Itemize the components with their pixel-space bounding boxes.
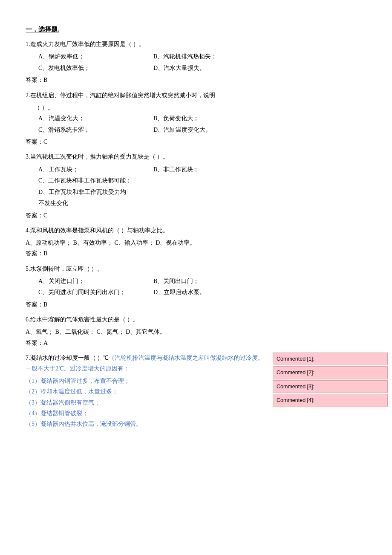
q6-options-inline: A、氧气； B、二氧化碳； C、氮气； D、其它气体。 [26, 327, 268, 337]
q4-options-inline: A、原动机功率； B、有效功率； C、输入功率； D、视在功率。 [26, 237, 268, 248]
q7-comment-2: （2）冷却水温度过低，水量过多； [26, 386, 268, 397]
q3-option-d: D、工作瓦块和非工作瓦块受力均不发生变化 [38, 187, 132, 209]
q5-options: A、关闭进口门； B、关闭出口门； C、关闭进水门同时关闭出水门； D、立即启动… [38, 276, 268, 298]
q7-main: 7.凝结水的过冷却度一般（ ）℃（汽轮机排汽温度与凝结水温度之差叫做凝结水的过冷… [26, 353, 268, 429]
q3-option-a: A、工作瓦块； [38, 164, 153, 176]
question-4: 4.泵和风机的效率是指泵和风机的（ ）与轴功率之比。 A、原动机功率； B、有效… [26, 225, 268, 259]
q1-option-a: A、锅炉效率低； [38, 51, 153, 63]
comment-2-label: Commented [2]: [277, 370, 314, 376]
q7-comment-1: （1）凝结器内铜管过多，布置不合理； [26, 376, 268, 386]
q5-option-d: D、立即启动水泵。 [153, 287, 268, 298]
q1-answer: 答案：B [26, 75, 268, 85]
question-3: 3.当汽轮机工况变化时，推力轴承的受力瓦块是（ ）。 A、工作瓦块； B、非工作… [26, 151, 268, 221]
q2-option-a: A、汽温变化大； [38, 113, 153, 124]
q5-option-c: C、关闭进水门同时关闭出水门； [38, 287, 153, 298]
q1-text: 1.造成火力发电厂效率低的主要原因是（ ）。 [26, 39, 268, 49]
q7-comment-3: （3）凝结器汽侧积有空气； [26, 397, 268, 408]
comment-4-label: Commented [4]: [277, 397, 314, 403]
comment-box-4: Commented [4]: [273, 394, 388, 407]
question-1: 1.造成火力发电厂效率低的主要原因是（ ）。 A、锅炉效率低； B、汽轮机排汽热… [26, 39, 268, 86]
q2-option-c: C、滑销系统卡涩； [38, 124, 153, 136]
q5-option-a: A、关闭进口门； [38, 276, 153, 287]
q2-option-d: D、汽缸温度变化大。 [153, 124, 268, 136]
comment-1-label: Commented [1]: [277, 356, 314, 362]
q2-indent: （ ）。 [34, 102, 268, 113]
q2-options: A、汽温变化大； B、负荷变化大； C、滑销系统卡涩； D、汽缸温度变化大。 [38, 113, 268, 136]
q2-answer: 答案：C [26, 136, 268, 147]
q3-answer: 答案：C [26, 210, 268, 221]
section-title: 一．选择题. [26, 26, 268, 34]
comment-box-2: Commented [2]: [273, 366, 388, 379]
q6-text: 6.给水中溶解的气体危害性最大的是（ ）。 [26, 314, 268, 325]
q3-text: 3.当汽轮机工况变化时，推力轴承的受力瓦块是（ ）。 [26, 151, 268, 162]
main-content: 一．选择题. 1.造成火力发电厂效率低的主要原因是（ ）。 A、锅炉效率低； B… [26, 26, 268, 429]
question-2: 2.在机组启、停过程中，汽缸的绝对膨胀值突然增大或突然减小时，说明 （ ）。 A… [26, 90, 268, 147]
q4-text: 4.泵和风机的效率是指泵和风机的（ ）与轴功率之比。 [26, 225, 268, 236]
question-7: 7.凝结水的过冷却度一般（ ）℃（汽轮机排汽温度与凝结水温度之差叫做凝结水的过冷… [26, 353, 268, 429]
comment-box-1: Commented [1]: [273, 353, 388, 366]
comment-box-3: Commented [3]: [273, 380, 388, 393]
question-5: 5.水泵倒转时，应立即（ ）。 A、关闭进口门； B、关闭出口门； C、关闭进水… [26, 263, 268, 310]
q5-option-b: B、关闭出口门； [153, 276, 268, 287]
question-6: 6.给水中溶解的气体危害性最大的是（ ）。 A、氧气； B、二氧化碳； C、氮气… [26, 314, 268, 348]
comment-sidebar: Commented [1]: Commented [2]: Commented … [273, 353, 388, 407]
q2-option-b: B、负荷变化大； [153, 113, 268, 124]
page-wrapper: 一．选择题. 1.造成火力发电厂效率低的主要原因是（ ）。 A、锅炉效率低； B… [0, 0, 392, 555]
q2-text: 2.在机组启、停过程中，汽缸的绝对膨胀值突然增大或突然减小时，说明 [26, 90, 268, 101]
q4-answer: 答案：B [26, 248, 268, 259]
comment-3-label: Commented [3]: [277, 384, 314, 390]
q3-option-c: C、工作瓦块和非工作瓦块都可能； [38, 175, 176, 187]
q3-option-b: B、非工作瓦块； [153, 164, 268, 176]
q5-answer: 答案：B [26, 299, 268, 310]
q7-row: 7.凝结水的过冷却度一般（ ）℃（汽轮机排汽温度与凝结水温度之差叫做凝结水的过冷… [26, 353, 268, 429]
q7-main-text: 7.凝结水的过冷却度一般（ ）℃ [26, 355, 109, 361]
q1-options: A、锅炉效率低； B、汽轮机排汽热损失； C、发电机效率低； D、汽水大量损失。 [38, 51, 268, 74]
q7-comment-4: （4）凝结器铜管破裂； [26, 408, 268, 419]
q5-text: 5.水泵倒转时，应立即（ ）。 [26, 263, 268, 274]
q1-option-c: C、发电机效率低； [38, 63, 153, 74]
q7-comment-5: （5）凝结器内热井水位高，淹没部分铜管。 [26, 419, 268, 429]
q6-answer: 答案：A [26, 338, 268, 348]
q3-options: A、工作瓦块； B、非工作瓦块； C、工作瓦块和非工作瓦块都可能； D、工作瓦块… [38, 164, 268, 209]
q1-option-b: B、汽轮机排汽热损失； [153, 51, 268, 63]
q1-option-d: D、汽水大量损失。 [153, 63, 268, 74]
